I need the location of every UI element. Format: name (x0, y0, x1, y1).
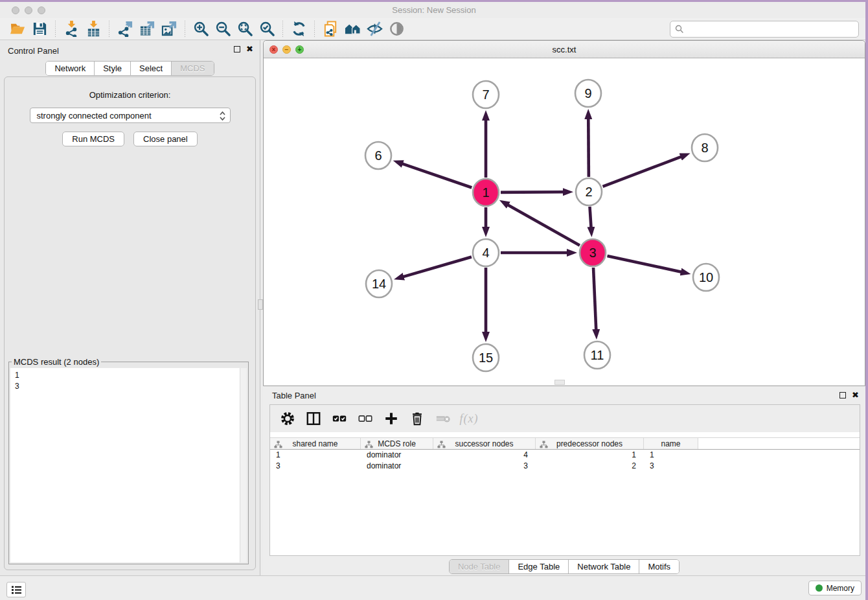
edge-3-11[interactable] (593, 268, 596, 330)
zoom-out-button[interactable] (212, 19, 234, 39)
desktop-edge-top (0, 0, 868, 2)
minimize-window-button[interactable] (25, 6, 32, 14)
cell-successor-nodes[interactable]: 3 (433, 461, 536, 472)
network-canvas[interactable]: 7968124314101511 (264, 58, 865, 386)
column-label: successor nodes (455, 439, 513, 448)
tab-motifs[interactable]: Motifs (639, 560, 679, 573)
unselect-all-columns-button[interactable] (357, 410, 374, 427)
grid-x-icon (435, 411, 451, 426)
run-mcds-button[interactable]: Run MCDS (62, 132, 124, 146)
cell-mcds-role[interactable]: dominator (361, 450, 433, 461)
table-row[interactable]: 1dominator411 (270, 450, 860, 461)
node-6[interactable]: 6 (365, 142, 391, 169)
zoom-fit-button[interactable] (234, 19, 256, 39)
cell-shared-name[interactable]: 3 (270, 461, 361, 472)
close-panel-icon[interactable]: ✖ (246, 46, 253, 52)
node-table-container: f(x) shared nameMCDS rolesuccessor nodes… (269, 404, 860, 556)
zoom-in-button[interactable] (190, 19, 212, 39)
control-panel-header: Control Panel ✖ (0, 40, 260, 61)
tab-style[interactable]: Style (95, 62, 131, 75)
zoom-selected-button[interactable] (256, 19, 278, 39)
cell-name[interactable]: 3 (644, 461, 698, 472)
select-all-columns-button[interactable] (331, 410, 348, 427)
cell-shared-name[interactable]: 1 (270, 450, 361, 461)
node-7[interactable]: 7 (473, 81, 499, 108)
column-header-successor-nodes[interactable]: successor nodes (433, 438, 536, 449)
edge-1-2[interactable] (501, 192, 564, 192)
edge-2-9[interactable] (588, 119, 589, 177)
close-table-panel-icon[interactable]: ✖ (852, 392, 859, 398)
node-10[interactable]: 10 (693, 264, 719, 291)
node-2[interactable]: 2 (576, 178, 602, 205)
column-header-name[interactable]: name (644, 438, 698, 449)
column-header-shared-name[interactable]: shared name (270, 438, 361, 449)
import-table-button[interactable] (82, 19, 104, 39)
column-header-mcds-role[interactable]: MCDS role (361, 438, 433, 449)
export-network-button[interactable] (114, 19, 136, 39)
network-close-button[interactable]: × (269, 45, 278, 54)
splitter-grip-vertical[interactable] (258, 299, 263, 310)
show-graphics-details-button[interactable] (363, 19, 385, 39)
mcds-result-area[interactable]: 1 3 (10, 368, 247, 562)
tab-edge-table[interactable]: Edge Table (509, 560, 569, 573)
export-table-button[interactable] (136, 19, 158, 39)
edge-2-8[interactable] (603, 157, 681, 187)
network-minimize-button[interactable]: − (282, 45, 291, 54)
cell-successor-nodes[interactable]: 4 (433, 450, 536, 461)
node-11[interactable]: 11 (584, 341, 610, 369)
status-bar: Memory (0, 575, 868, 600)
delete-column-button[interactable] (409, 410, 426, 427)
float-panel-icon[interactable] (234, 46, 240, 52)
cell-mcds-role[interactable]: dominator (361, 461, 433, 472)
close-window-button[interactable] (12, 6, 19, 14)
result-scrollbar[interactable] (240, 368, 247, 562)
tab-network[interactable]: Network (46, 62, 95, 75)
edge-3-10[interactable] (607, 256, 681, 272)
select-stepper-icon (219, 110, 226, 124)
node-label-1: 1 (482, 185, 489, 200)
table-settings-button[interactable] (279, 410, 296, 427)
tab-mcds[interactable]: MCDS (172, 62, 213, 75)
node-9[interactable]: 9 (575, 80, 601, 107)
zoom-window-button[interactable] (38, 6, 45, 14)
edge-2-3[interactable] (589, 207, 591, 227)
tab-node-table[interactable]: Node Table (450, 560, 510, 573)
close-panel-button[interactable]: Close panel (133, 132, 198, 146)
node-15[interactable]: 15 (473, 344, 499, 371)
edge-1-6[interactable] (402, 164, 472, 188)
add-column-button[interactable] (383, 410, 400, 427)
node-4[interactable]: 4 (473, 239, 499, 266)
apply-layout-button[interactable] (288, 19, 310, 39)
cell-predecessor-nodes[interactable]: 2 (536, 461, 644, 472)
column-header-predecessor-nodes[interactable]: predecessor nodes (536, 438, 644, 449)
import-network-button[interactable] (60, 19, 82, 39)
cell-predecessor-nodes[interactable]: 1 (536, 450, 644, 461)
node-3[interactable]: 3 (580, 239, 606, 266)
tab-network-table[interactable]: Network Table (569, 560, 639, 573)
export-image-button[interactable] (158, 19, 180, 39)
clone-network-button[interactable] (319, 19, 341, 39)
save-session-button[interactable] (29, 19, 51, 39)
table-row[interactable]: 3dominator323 (270, 461, 860, 472)
node-8[interactable]: 8 (692, 134, 718, 161)
tab-select[interactable]: Select (131, 62, 172, 75)
splitter-grip-horizontal[interactable] (554, 380, 565, 385)
network-view-window: × − + scc.txt 7968124314101511 (263, 40, 865, 386)
node-label-15: 15 (479, 351, 493, 365)
edge-4-14[interactable] (403, 257, 471, 277)
first-neighbors-button[interactable] (341, 19, 363, 39)
criterion-select[interactable]: strongly connected component (30, 108, 231, 123)
float-table-panel-icon[interactable] (839, 392, 846, 398)
search-input[interactable] (670, 21, 859, 38)
task-history-button[interactable] (6, 582, 26, 597)
column-layout-button[interactable] (305, 410, 322, 427)
open-session-button[interactable] (6, 19, 29, 39)
memory-button[interactable]: Memory (808, 581, 862, 595)
node-1[interactable]: 1 (473, 179, 499, 206)
node-14[interactable]: 14 (366, 270, 392, 297)
edge-3-1[interactable] (508, 205, 580, 246)
network-window-titlebar[interactable]: × − + scc.txt (264, 41, 865, 58)
refresh-icon (291, 21, 307, 37)
network-maximize-button[interactable]: + (295, 45, 304, 54)
cell-name[interactable]: 1 (644, 450, 698, 461)
